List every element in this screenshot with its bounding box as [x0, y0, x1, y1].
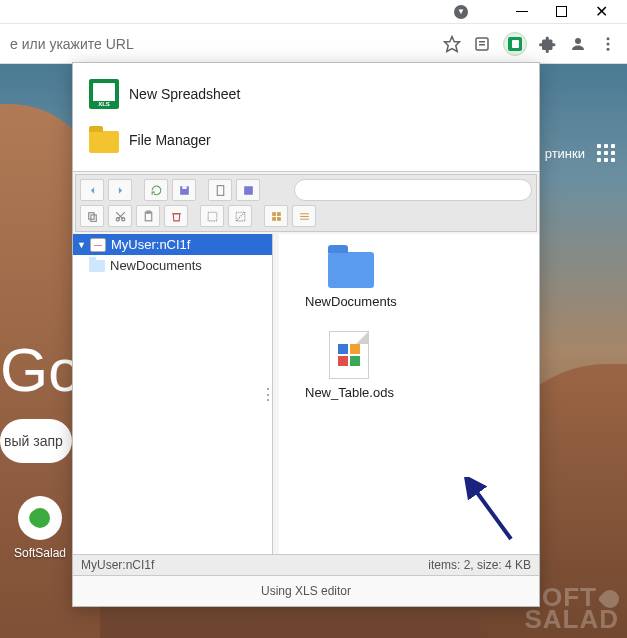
tree-root-item[interactable]: ▼ MyUser:nCI1f [73, 234, 272, 255]
fm-statusbar: MyUser:nCI1f items: 2, size: 4 KB [73, 554, 539, 575]
select-all-button[interactable] [200, 205, 224, 227]
google-images-link[interactable]: ртинки [545, 146, 585, 161]
svg-point-7 [607, 47, 610, 50]
menu-label: File Manager [129, 132, 211, 148]
new-file-button[interactable] [208, 179, 232, 201]
delete-button[interactable] [164, 205, 188, 227]
window-close-button[interactable]: ✕ [595, 6, 607, 18]
window-titlebar: ▼ ✕ [0, 0, 627, 24]
search-placeholder-text: вый запр [4, 433, 63, 449]
fm-search-input[interactable] [294, 179, 532, 201]
folder-icon [89, 260, 105, 272]
svg-rect-21 [272, 212, 276, 216]
tab-dropdown-icon[interactable]: ▼ [454, 5, 468, 19]
menu-file-manager[interactable]: File Manager [83, 117, 529, 163]
svg-line-20 [236, 212, 245, 221]
tree-child-item[interactable]: NewDocuments [73, 255, 272, 276]
file-new-table-ods[interactable]: New_Table.ods [305, 331, 394, 400]
toolbar-actions [443, 32, 617, 56]
address-bar[interactable]: е или укажите URL [10, 36, 443, 52]
svg-point-5 [607, 37, 610, 40]
xls-file-icon [89, 79, 119, 109]
google-header-right: ртинки [545, 144, 615, 162]
svg-rect-10 [217, 185, 224, 195]
google-apps-icon[interactable] [597, 144, 615, 162]
reload-button[interactable] [144, 179, 168, 201]
fm-toolbar [75, 174, 537, 232]
tree-caret-icon: ▼ [77, 240, 85, 250]
shortcut-softsalad[interactable]: SoftSalad [14, 496, 66, 560]
save-as-button[interactable] [236, 179, 260, 201]
google-search-box[interactable]: вый запр [0, 419, 72, 463]
tree-label: NewDocuments [110, 258, 202, 273]
bookmark-star-icon[interactable] [443, 35, 461, 53]
nav-forward-button[interactable] [108, 179, 132, 201]
shortcut-icon [18, 496, 62, 540]
folder-icon [89, 125, 119, 155]
file-manager: ▼ MyUser:nCI1f NewDocuments ⋮⋮ NewDocume… [73, 171, 539, 606]
view-list-button[interactable] [292, 205, 316, 227]
file-label: NewDocuments [305, 294, 397, 309]
reading-list-icon[interactable] [473, 35, 491, 53]
svg-marker-0 [445, 36, 460, 51]
popup-footer: Using XLS editor [73, 575, 539, 606]
status-path: MyUser:nCI1f [81, 558, 428, 572]
svg-rect-22 [277, 212, 281, 216]
folder-newdocuments[interactable]: NewDocuments [305, 252, 397, 309]
paste-button[interactable] [136, 205, 160, 227]
svg-point-4 [575, 38, 581, 44]
xls-editor-extension-icon[interactable] [503, 32, 527, 56]
file-pane[interactable]: NewDocuments New_Table.ods [279, 234, 539, 554]
svg-rect-12 [88, 212, 93, 219]
browser-toolbar: е или укажите URL [0, 24, 627, 64]
cut-button[interactable] [108, 205, 132, 227]
status-items: items: 2, size: 4 KB [428, 558, 531, 572]
svg-rect-9 [182, 186, 186, 189]
window-maximize-button[interactable] [556, 6, 567, 17]
profile-avatar-icon[interactable] [569, 35, 587, 53]
shortcut-label: SoftSalad [14, 546, 66, 560]
copy-button[interactable] [80, 205, 104, 227]
extensions-puzzle-icon[interactable] [539, 35, 557, 53]
svg-rect-13 [90, 214, 95, 221]
menu-label: New Spreadsheet [129, 86, 240, 102]
ods-file-icon [329, 331, 369, 379]
folder-tree: ▼ MyUser:nCI1f NewDocuments [73, 234, 273, 554]
folder-icon [328, 252, 374, 288]
google-logo: Go [0, 334, 82, 405]
extension-popup: New Spreadsheet File Manager [72, 62, 540, 607]
window-minimize-button[interactable] [516, 11, 528, 12]
svg-rect-18 [208, 212, 217, 221]
home-icon [90, 238, 106, 252]
svg-point-6 [607, 42, 610, 45]
kebab-menu-icon[interactable] [599, 35, 617, 53]
nav-back-button[interactable] [80, 179, 104, 201]
svg-rect-11 [244, 186, 253, 195]
file-label: New_Table.ods [305, 385, 394, 400]
svg-rect-23 [272, 217, 276, 221]
tree-label: MyUser:nCI1f [111, 237, 190, 252]
deselect-button[interactable] [228, 205, 252, 227]
fm-body: ▼ MyUser:nCI1f NewDocuments ⋮⋮ NewDocume… [73, 234, 539, 554]
view-icons-button[interactable] [264, 205, 288, 227]
popup-menu: New Spreadsheet File Manager [73, 63, 539, 171]
save-button[interactable] [172, 179, 196, 201]
svg-rect-24 [277, 217, 281, 221]
svg-rect-19 [236, 212, 245, 221]
menu-new-spreadsheet[interactable]: New Spreadsheet [83, 71, 529, 117]
